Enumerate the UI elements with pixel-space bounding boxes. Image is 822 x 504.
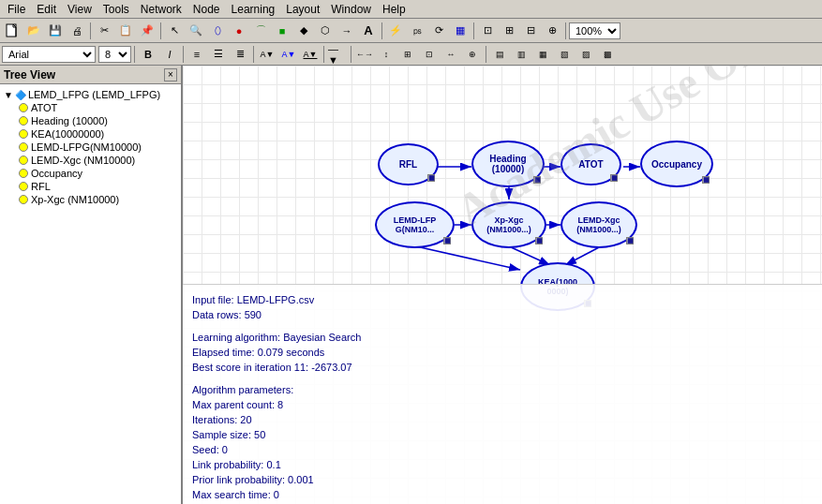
tree-title: Tree View [4, 68, 55, 82]
menu-node[interactable]: Node [187, 1, 226, 18]
info-input-file: Input file: LEMD-LFPG.csv [192, 292, 813, 307]
menu-view[interactable]: View [62, 1, 97, 18]
tree-item-label-xp-xgc: Xp-Xgc (NM10000) [31, 194, 119, 205]
menu-file[interactable]: File [2, 1, 31, 18]
new-button[interactable] [2, 22, 22, 40]
zoom-fit-button[interactable]: ⊡ [477, 22, 498, 40]
menu-edit[interactable]: Edit [31, 1, 62, 18]
format-btn2[interactable]: ↕ [376, 45, 396, 64]
tree-item-lemd-lfpg[interactable]: LEMD-LFPG(NM10000) [2, 141, 179, 154]
align-left[interactable]: ≡ [187, 45, 207, 64]
arrange-btn2[interactable]: ▥ [511, 45, 531, 64]
paste-button[interactable]: 📌 [137, 22, 157, 40]
print-button[interactable]: 🖨 [67, 22, 87, 40]
arc-tool[interactable]: ⌒ [250, 22, 271, 40]
sep3 [381, 22, 382, 39]
node-icon-lemd-lfpg [19, 142, 28, 152]
align-right[interactable]: ≣ [230, 45, 250, 64]
prob-button[interactable]: ㎰ [407, 22, 427, 40]
format-btn3[interactable]: ⊞ [397, 45, 418, 64]
format-btn1[interactable]: ←→ [354, 45, 375, 64]
save-button[interactable]: 💾 [45, 22, 66, 40]
run-button[interactable]: ⚡ [385, 22, 406, 40]
ellipse-tool[interactable]: ⬯ [207, 22, 228, 40]
tree-item-lemd-xgc[interactable]: LEMD-Xgc (NM10000) [2, 154, 179, 167]
tree-item-atot[interactable]: ATOT [2, 101, 179, 114]
zoom-btn3[interactable]: ⊟ [520, 22, 541, 40]
arrange-btn3[interactable]: ▦ [532, 45, 553, 64]
node-xp-xgc[interactable]: Xp-Xgc (NM1000...) ▦ [471, 201, 546, 248]
search-button[interactable]: 🔍 [186, 22, 206, 40]
zoom-select[interactable]: 100% [569, 22, 620, 39]
sep5 [565, 22, 566, 39]
arrange-btn1[interactable]: ▤ [489, 45, 510, 64]
menu-learning[interactable]: Learning [226, 1, 281, 18]
menu-tools[interactable]: Tools [97, 1, 135, 18]
node-lemd-xgc-icon: ▦ [626, 237, 634, 245]
fill-color[interactable]: A▼ [257, 45, 277, 64]
cut-button[interactable]: ✂ [94, 22, 114, 40]
copy-button[interactable]: 📋 [115, 22, 136, 40]
node-lemd-lfpg[interactable]: LEMD-LFP G(NM10... ▦ [375, 201, 455, 248]
node-heading[interactable]: Heading (10000) ▦ [471, 141, 545, 187]
arrange-btn6[interactable]: ▩ [597, 45, 618, 64]
menu-network[interactable]: Network [135, 1, 187, 18]
rect-tool[interactable]: ■ [272, 22, 292, 40]
tree-item-heading[interactable]: Heading (10000) [2, 114, 179, 127]
node-lemd-xgc-label: LEMD-Xgc (NM1000...) [576, 215, 621, 234]
select-button[interactable]: ↖ [164, 22, 185, 40]
info-algo-params: Algorithm parameters: [192, 382, 813, 397]
node-occupancy[interactable]: Occupancy ▦ [640, 141, 713, 187]
tree-item-kea[interactable]: KEA(10000000) [2, 127, 179, 141]
zoom-btn2[interactable]: ⊞ [499, 22, 519, 40]
info-gap2 [192, 375, 813, 382]
main-area: Tree View × ▼ 🔷 LEMD_LFPG (LEMD_LFPG) AT… [0, 66, 822, 504]
underline-color[interactable]: A▼ [300, 45, 321, 64]
format-btn5[interactable]: ↔ [441, 45, 461, 64]
tree-item-label-lemd-xgc: LEMD-Xgc (NM10000) [31, 155, 135, 166]
diamond-tool[interactable]: ◆ [293, 22, 314, 40]
line-style[interactable]: —▼ [327, 45, 348, 64]
sep6 [134, 46, 135, 63]
bold-button[interactable]: B [138, 45, 158, 64]
update-button[interactable]: ⟳ [428, 22, 449, 40]
font-family-select[interactable]: Arial [2, 46, 96, 63]
font-size-select[interactable]: 8 [98, 46, 131, 63]
graph-area[interactable]: RFL ▦ Heading (10000) ▦ ATOT ▦ Occupancy… [183, 66, 822, 504]
monitor-button[interactable]: ▦ [450, 22, 471, 40]
tree-item-xp-xgc[interactable]: Xp-Xgc (NM10000) [2, 193, 179, 206]
format-btn4[interactable]: ⊡ [419, 45, 440, 64]
hex-tool[interactable]: ⬡ [315, 22, 336, 40]
node-lemd-lfpg-icon: ▦ [443, 237, 451, 245]
format-btn6[interactable]: ⊕ [462, 45, 483, 64]
node-lemd-xgc[interactable]: LEMD-Xgc (NM1000...) ▦ [560, 201, 637, 248]
node-atot[interactable]: ATOT ▦ [560, 143, 621, 185]
node-rfl[interactable]: RFL ▦ [378, 143, 439, 185]
tree-content: ▼ 🔷 LEMD_LFPG (LEMD_LFPG) ATOT Heading (… [0, 84, 181, 504]
arrange-btn4[interactable]: ▧ [554, 45, 575, 64]
menu-layout[interactable]: Layout [280, 1, 325, 18]
tree-item-rfl[interactable]: RFL [2, 180, 179, 193]
circle-tool[interactable]: ● [229, 22, 249, 40]
menu-help[interactable]: Help [377, 1, 411, 18]
tree-root-item[interactable]: ▼ 🔷 LEMD_LFPG (LEMD_LFPG) [2, 88, 179, 101]
edge-tool[interactable]: → [336, 22, 357, 40]
italic-button[interactable]: I [159, 45, 180, 64]
node-icon-occupancy [19, 169, 28, 178]
tree-close-button[interactable]: × [164, 68, 177, 82]
align-center[interactable]: ☰ [208, 45, 229, 64]
text-tool[interactable]: A [358, 22, 379, 40]
arrange-btn5[interactable]: ▨ [575, 45, 596, 64]
sep10 [351, 46, 351, 63]
open-button[interactable]: 📂 [23, 22, 44, 40]
info-link-prob: Link probability: 0.1 [192, 457, 813, 472]
info-max-parent: Max parent count: 8 [192, 397, 813, 412]
tree-item-label-kea: KEA(10000000) [31, 128, 104, 140]
svg-line-11 [565, 246, 601, 265]
menu-window[interactable]: Window [325, 1, 377, 18]
node-icon-lemd-xgc [19, 156, 28, 165]
tree-item-occupancy[interactable]: Occupancy [2, 167, 179, 180]
font-color[interactable]: A▼ [278, 45, 299, 64]
zoom-btn4[interactable]: ⊕ [542, 22, 562, 40]
node-lemd-lfpg-label: LEMD-LFP G(NM10... [394, 215, 437, 234]
